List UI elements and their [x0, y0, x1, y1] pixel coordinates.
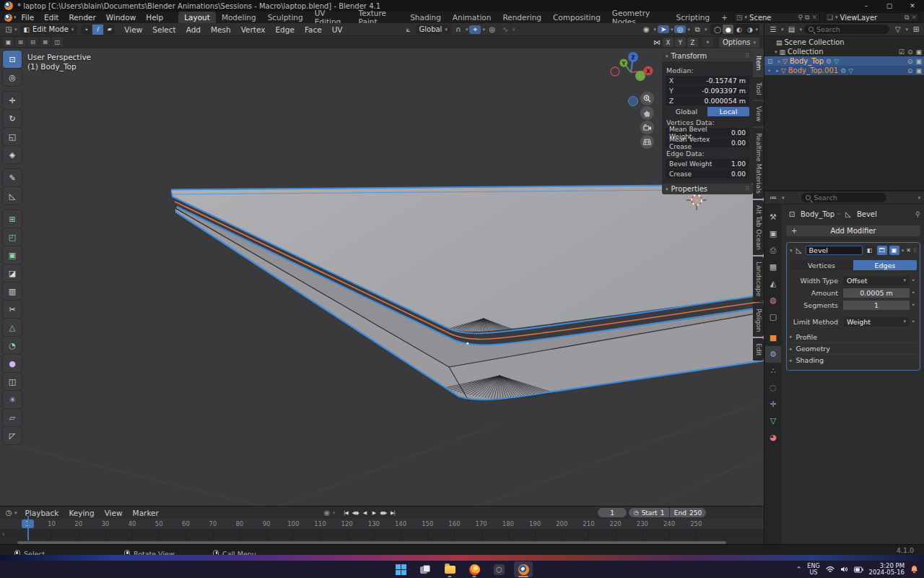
- close-button[interactable]: ✕: [901, 0, 924, 12]
- tool-spin[interactable]: ◔: [3, 337, 22, 354]
- tool-rip-region[interactable]: ◸: [3, 427, 22, 444]
- tool-transform[interactable]: ◈: [3, 146, 22, 163]
- modifier-wrench-icon[interactable]: ⚙: [840, 67, 846, 74]
- outliner-search[interactable]: [804, 25, 889, 34]
- outliner-row-object-body-top[interactable]: ⊡ ▸ ▽ Body_Top ⚙ ▽ ⊙ ▣: [764, 56, 924, 66]
- timeline-editor-icon[interactable]: ◷: [3, 509, 14, 517]
- animate-dot-icon[interactable]: •: [910, 277, 917, 284]
- viewport-menu-uv[interactable]: UV: [327, 24, 348, 35]
- gizmo-axis-neg-z[interactable]: [629, 97, 638, 106]
- tool-extrude-region[interactable]: ◰: [3, 228, 22, 246]
- disable-render-icon[interactable]: ▣: [915, 48, 922, 56]
- properties-panel-header[interactable]: ▾ Properties ⠿: [662, 184, 753, 194]
- viewport-3d[interactable]: Z X Y User Perspective (1) Body_Top ⊡◎✛↻…: [0, 48, 764, 506]
- display-editmode-toggle[interactable]: ◧: [865, 246, 875, 255]
- remove-viewlayer-icon[interactable]: ✕: [911, 14, 917, 21]
- sidebar-tab-landscape[interactable]: Landscape: [753, 256, 764, 301]
- properties-tab-particles[interactable]: ∴: [765, 363, 781, 379]
- panel-grip-icon[interactable]: ⠿: [745, 186, 749, 192]
- field-bevel-weight[interactable]: Bevel Weight1.00: [666, 159, 749, 168]
- taskbar-blender-button[interactable]: [514, 561, 533, 577]
- tool-select-box[interactable]: ⊡: [3, 51, 22, 68]
- viewport-menu-view[interactable]: View: [119, 24, 147, 35]
- snap-base-icon[interactable]: ⌖: [702, 38, 713, 47]
- expand-chevron-icon[interactable]: ▸: [776, 68, 779, 74]
- animate-dot-icon[interactable]: •: [910, 290, 917, 296]
- viewlayer-selector[interactable]: ❏▾ ViewLayer ⧉ ✕: [824, 12, 920, 22]
- select-new-icon[interactable]: ▣: [3, 38, 14, 47]
- current-frame-field[interactable]: 1: [598, 508, 627, 517]
- hide-eye-icon[interactable]: ⊙: [907, 58, 913, 65]
- tool-knife[interactable]: ✂: [3, 301, 22, 318]
- language-indicator[interactable]: ENGUS: [807, 563, 819, 576]
- orientation-local-button[interactable]: Local: [707, 107, 749, 116]
- snap-magnet-icon[interactable]: ∩: [453, 25, 464, 33]
- properties-tab-render[interactable]: ▣: [765, 225, 781, 242]
- frame-start-field[interactable]: ◷ Start 1: [629, 508, 669, 517]
- menu-help[interactable]: Help: [141, 12, 168, 23]
- modifier-expand-chevron[interactable]: ▾: [790, 248, 793, 254]
- frame-end-field[interactable]: End 250: [670, 508, 706, 517]
- volume-icon[interactable]: [840, 566, 848, 573]
- mesh-data-icon[interactable]: ▽: [848, 67, 853, 74]
- show-overlays-icon[interactable]: ◎: [674, 25, 686, 33]
- hide-eye-icon[interactable]: ⊙: [907, 67, 913, 74]
- checkbox-icon[interactable]: ☑: [899, 48, 905, 56]
- gizmo-axis-neg-x[interactable]: [611, 67, 619, 76]
- tool-scale[interactable]: ◱: [3, 128, 22, 145]
- timeline-menu-playback[interactable]: Playback: [20, 507, 64, 519]
- visibility-filter-icon[interactable]: ◉: [640, 25, 652, 33]
- properties-tab-collection[interactable]: ▢: [765, 309, 781, 325]
- zoom-icon[interactable]: [640, 92, 654, 105]
- sidebar-tab-edit[interactable]: Edit: [753, 338, 764, 361]
- timeline-track[interactable]: ›: [0, 529, 764, 540]
- maximize-button[interactable]: ▢: [878, 0, 901, 12]
- sidebar-tab-realtime-materials[interactable]: Realtime Materials: [753, 128, 764, 199]
- notification-bell-icon[interactable]: [910, 565, 918, 574]
- width-type-dropdown[interactable]: Offset▾: [843, 276, 910, 285]
- select-mode-face[interactable]: ▰: [104, 25, 115, 35]
- display-realtime-toggle[interactable]: 🗔: [877, 246, 887, 255]
- sidebar-tab-view[interactable]: View: [753, 101, 764, 126]
- workspace-tab-animation[interactable]: Animation: [447, 12, 497, 23]
- workspace-tab-geometry-nodes[interactable]: Geometry Nodes: [606, 12, 671, 23]
- select-mode-edge[interactable]: ∕: [92, 25, 103, 35]
- taskbar-task-view-button[interactable]: [416, 561, 435, 577]
- workspace-tab-layout[interactable]: Layout: [178, 12, 216, 23]
- transform-orientation-dropdown[interactable]: Global▾: [416, 25, 451, 35]
- properties-tab-physics[interactable]: ◌: [765, 379, 781, 396]
- timeline-menu-keying[interactable]: Keying: [64, 507, 99, 519]
- properties-tab-output[interactable]: ⎙: [765, 242, 781, 259]
- scene-selector[interactable]: ◳▾ Scene ⚲ ⧉ ✕: [733, 12, 820, 22]
- proportional-editing-icon[interactable]: ◎: [487, 25, 498, 33]
- viewport-menu-edge[interactable]: Edge: [270, 24, 299, 35]
- outliner-row-object-body-top-001[interactable]: • ▸ ▽ Body_Top.001 ⚙ ▽ ⊙ ▣: [764, 66, 924, 75]
- workspace-tab-rendering[interactable]: Rendering: [497, 12, 547, 23]
- workspace-tab-modeling[interactable]: Modeling: [216, 12, 262, 23]
- mesh-body-top[interactable]: [171, 185, 764, 402]
- playback-play-button[interactable]: ▶: [369, 508, 378, 517]
- toggle-xray-icon[interactable]: ⧉: [692, 25, 703, 34]
- properties-tab-object[interactable]: ■: [765, 329, 781, 346]
- workspace-tab-compositing[interactable]: Compositing: [547, 12, 606, 23]
- workspace-tab-[interactable]: +: [715, 12, 733, 23]
- properties-search-input[interactable]: [814, 194, 882, 202]
- pin-icon[interactable]: ⚲: [915, 210, 920, 218]
- properties-editor-icon[interactable]: ≔: [767, 194, 779, 202]
- taskbar-firefox-button[interactable]: [465, 561, 484, 577]
- properties-tab-tool[interactable]: ⚒: [765, 209, 781, 225]
- segments-value-field[interactable]: 1: [843, 301, 910, 310]
- shading-rendered-icon[interactable]: ◑: [744, 25, 755, 34]
- sidebar-tab-alt-tab-ocean[interactable]: Alt Tab Ocean: [753, 200, 764, 255]
- tool-add-cube[interactable]: ⊞: [3, 210, 22, 228]
- modifier-extras-chevron[interactable]: ▾: [902, 248, 905, 254]
- workspace-tab-scripting[interactable]: Scripting: [670, 12, 715, 23]
- perspective-toggle-icon[interactable]: [640, 135, 654, 149]
- playback-next-keyframe-button[interactable]: ◆▶: [378, 508, 388, 517]
- tool-annotate[interactable]: ✎: [3, 169, 22, 186]
- mode-selector[interactable]: ◧ Edit Mode ▾: [20, 25, 78, 35]
- clock[interactable]: 3:20 PM2024-05-16: [869, 563, 905, 577]
- menu-window[interactable]: Window: [101, 12, 141, 23]
- select-intersect-icon[interactable]: ◫: [52, 38, 63, 47]
- pin-icon[interactable]: ⚲: [798, 14, 803, 21]
